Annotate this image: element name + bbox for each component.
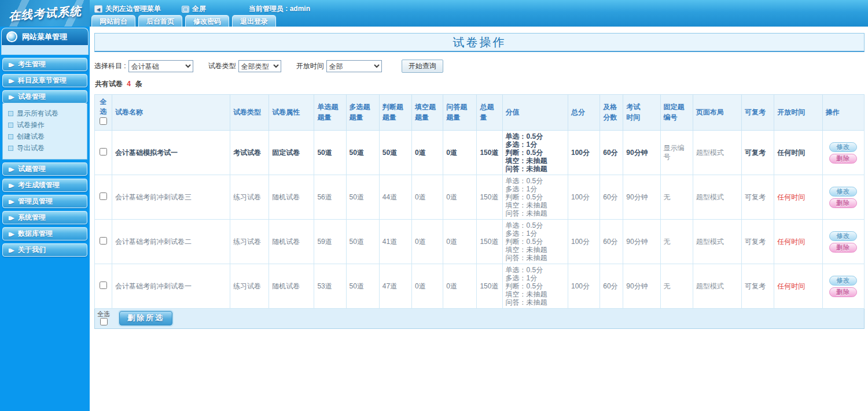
total-score: 100分 [568,131,600,175]
col-header-13: 考试 时间 [623,95,660,131]
bullet-square-icon [8,111,13,116]
actions-cell: 修改删除 [822,175,864,220]
col-header-10: 分值 [502,95,568,131]
pass-score: 60分 [600,220,623,264]
paper-blank: 0道 [412,264,443,309]
app-logo: 在线考试系统 [0,0,90,27]
nav-tab-1[interactable]: 后台首页 [138,15,182,27]
edit-button[interactable]: 修改 [829,231,857,241]
paper-name: 会计基础考前冲刺试卷三 [112,175,230,220]
exam-duration: 90分钟 [623,220,660,264]
paper-qa: 0道 [443,175,477,220]
sidebar-item-0[interactable]: ▮▶考生管理 [2,58,87,71]
paper-name: 会计基础考前冲刺试卷一 [112,264,230,309]
collapse-menu-label: 关闭左边管理菜单 [105,4,161,14]
row-checkbox[interactable] [100,192,107,200]
nav-tab-2[interactable]: 修改密码 [185,15,229,27]
sidebar: 网站菜单管理 ▮▶考生管理▮▶科目及章节管理▮▶试卷管理显示所有试卷试卷操作创建… [0,27,90,411]
sidebar-item-4[interactable]: ▮▶考生成绩管理 [2,179,87,192]
bullet-square-icon [8,134,13,139]
select-all-label: 全选 [97,310,110,318]
row-checkbox[interactable] [100,282,107,289]
paper-attr: 随机试卷 [269,175,314,220]
sidebar-item-3[interactable]: ▮▶试题管理 [2,162,87,176]
submenu-item[interactable]: 导出试卷 [8,142,84,154]
menu-arrow-icon: ▮▶ [8,231,14,237]
sidebar-item-6[interactable]: ▮▶系统管理 [2,211,87,224]
col-header-4: 单选题 题量 [314,95,346,131]
paper-judge: 50道 [379,131,411,175]
sidebar-item-label: 关于我们 [18,245,46,255]
paper-blank: 0道 [412,220,443,264]
submenu-item[interactable]: 创建试卷 [8,131,84,142]
table-footer: 全选 删除所选 [94,309,865,329]
actions-cell: 修改删除 [822,220,864,264]
col-header-1: 试卷名称 [112,95,230,131]
select-all-footer-checkbox[interactable] [100,318,108,325]
paper-blank: 0道 [412,175,443,220]
edit-button[interactable]: 修改 [829,142,857,152]
sidebar-item-8[interactable]: ▮▶关于我们 [2,243,87,257]
fullscreen-label: 全屏 [192,4,206,14]
sidebar-item-label: 试卷管理 [18,92,46,102]
sidebar-header: 网站菜单管理 [1,28,89,45]
summary-suffix: 条 [135,80,142,88]
collapse-menu-link[interactable]: ◀ 关闭左边管理菜单 [94,4,161,14]
nav-tab-0[interactable]: 网站前台 [91,15,135,27]
page-layout: 题型模式 [693,264,741,309]
page-layout: 题型模式 [693,175,741,220]
edit-button[interactable]: 修改 [829,187,857,197]
paper-multi: 50道 [346,220,379,264]
delete-button[interactable]: 删除 [829,243,857,253]
score-breakdown: 单选：0.5分 多选：1分 判断：0.5分 填空：未抽题 问答：未抽题 [502,131,568,175]
fullscreen-link[interactable]: 全屏 [182,4,206,14]
page-layout: 题型模式 [693,220,741,264]
sidebar-item-5[interactable]: ▮▶管理员管理 [2,195,87,208]
pass-score: 60分 [600,175,623,220]
query-button[interactable]: 开始查询 [402,60,443,73]
page-title-banner: 试卷操作 [94,33,865,52]
paper-type: 练习试卷 [230,264,269,309]
delete-button[interactable]: 删除 [829,287,857,297]
menu-arrow-icon: ▮▶ [8,78,14,84]
row-checkbox[interactable] [100,237,107,245]
delete-selected-button[interactable]: 删除所选 [119,311,172,325]
menu-arrow-icon: ▮▶ [8,183,14,188]
paper-type: 考试试卷 [230,131,269,175]
sidebar-item-label: 数据库管理 [18,229,53,239]
paper-multi: 50道 [346,175,379,220]
exam-duration: 90分钟 [623,175,660,220]
submenu-item[interactable]: 显示所有试卷 [8,108,84,119]
nav-tab-3[interactable]: 退出登录 [232,15,276,27]
select-all-checkbox[interactable] [100,117,107,125]
col-header-2: 试卷类型 [230,95,269,131]
sidebar-item-label: 考生管理 [18,60,46,69]
col-header-11: 总分 [568,95,600,131]
paper-single: 56道 [314,175,346,220]
open-time: 任何时间 [774,175,822,220]
table-row-0: 会计基础模拟考试一考试试卷固定试卷50道50道50道0道0道150道单选：0.5… [95,131,865,175]
paper-qa: 0道 [443,220,477,264]
top-links: ◀ 关闭左边管理菜单 全屏 当前管理员 : admin [94,4,310,14]
table-head-row: 全选试卷名称试卷类型试卷属性单选题 题量多选题 题量判断题 题量填空题 题量问答… [95,95,865,131]
delete-button[interactable]: 删除 [829,198,857,208]
score-breakdown: 单选：0.5分 多选：1分 判断：0.5分 填空：未抽题 问答：未抽题 [502,264,568,309]
result-summary: 共有试卷 4 条 [95,79,865,89]
retake: 可复考 [742,131,774,175]
subject-select[interactable]: 会计基础 [128,60,193,72]
paper-total: 150道 [477,220,502,264]
submenu-item[interactable]: 试卷操作 [8,119,84,131]
edit-button[interactable]: 修改 [829,276,857,286]
paper-type-select[interactable]: 全部类型 [238,60,281,72]
topbar: 在线考试系统 ◀ 关闭左边管理菜单 全屏 当前管理员 : admin 网站前台后… [0,0,868,27]
sidebar-item-2[interactable]: ▮▶试卷管理 [2,90,87,103]
delete-button[interactable]: 删除 [829,154,857,164]
open-time-select[interactable]: 全部 [326,60,382,72]
paper-single: 50道 [314,131,346,175]
sidebar-item-1[interactable]: ▮▶科目及章节管理 [2,74,87,87]
time-filter-label: 开放时间 [296,61,324,71]
app: 在线考试系统 ◀ 关闭左边管理菜单 全屏 当前管理员 : admin 网站前台后… [0,0,868,411]
fixed-number: 无 [660,264,693,309]
row-checkbox[interactable] [100,148,107,155]
sidebar-item-7[interactable]: ▮▶数据库管理 [2,227,87,240]
